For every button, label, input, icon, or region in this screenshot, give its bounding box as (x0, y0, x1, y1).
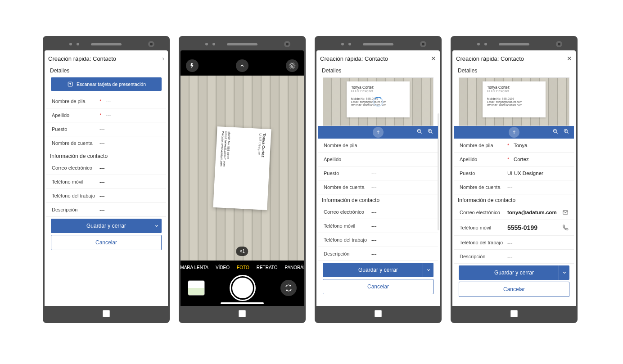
card-website: Website: www.adatum.com (487, 103, 541, 107)
live-photo-icon[interactable] (286, 59, 298, 72)
scan-icon (67, 81, 74, 88)
chevron-up-icon[interactable] (236, 59, 248, 72)
scan-card-button[interactable]: Escanear tarjeta de presentación (51, 77, 162, 91)
zoom-out-icon[interactable] (552, 128, 559, 136)
label-email: Correo electrónico (324, 209, 369, 215)
mode-photo[interactable]: FOTO (237, 265, 249, 270)
field-first-name[interactable]: Nombre de pila * --- (46, 94, 166, 108)
field-last-name[interactable]: Apellido * Cortez (454, 153, 574, 166)
scan-button-label: Escanear tarjeta de presentación (77, 81, 146, 87)
mail-icon[interactable] (562, 209, 569, 216)
field-account[interactable]: Nombre de cuenta --- (454, 180, 574, 194)
zoom-indicator[interactable]: ×1 (236, 247, 248, 256)
page-header: Creación rápida: Contacto › (45, 50, 168, 65)
preview-toolbar (454, 126, 574, 139)
close-icon[interactable]: ✕ (431, 55, 436, 62)
shutter-button[interactable] (231, 276, 254, 300)
home-button[interactable] (510, 310, 518, 317)
mode-slow[interactable]: ÁMARA LENTA (181, 265, 208, 270)
value-description: --- (371, 251, 433, 256)
home-button[interactable] (103, 310, 110, 317)
save-close-label: Guardar y cerrar (86, 223, 126, 229)
zoom-out-icon[interactable] (416, 128, 423, 136)
field-account[interactable]: Nombre de cuenta --- (318, 180, 438, 194)
front-camera (420, 41, 426, 47)
field-mobile[interactable]: Teléfono móvil --- (318, 219, 438, 233)
field-first-name[interactable]: Nombre de pila --- (318, 139, 438, 153)
field-email[interactable]: Correo electrónico tonya@adatum.com (454, 205, 574, 220)
field-mobile[interactable]: Teléfono móvil 5555-0199 (454, 220, 574, 236)
home-indicator[interactable] (221, 302, 264, 304)
label-description: Descripción (324, 251, 369, 256)
field-account[interactable]: Nombre de cuenta --- (46, 136, 166, 150)
field-email[interactable]: Correo electrónico --- (46, 161, 166, 175)
cancel-button[interactable]: Cancelar (323, 279, 433, 294)
home-button[interactable] (239, 310, 246, 317)
phone-frame-2: Tonya Cortez UI UX Designer Mobile No: 5… (179, 36, 306, 323)
mode-video[interactable]: VÍDEO (216, 265, 230, 270)
camera-screen: Tonya Cortez UI UX Designer Mobile No: 5… (181, 50, 304, 306)
save-close-button[interactable]: Guardar y cerrar (459, 265, 569, 280)
label-account: Nombre de cuenta (460, 184, 505, 190)
swap-camera-icon[interactable] (280, 280, 297, 296)
chevron-down-icon[interactable] (423, 263, 433, 277)
phone-top-bar (45, 38, 168, 50)
field-job-title[interactable]: Puesto --- (318, 166, 438, 180)
svg-point-1 (291, 65, 293, 67)
camera-viewfinder[interactable]: Tonya Cortez UI UX Designer Mobile No: 5… (181, 76, 304, 261)
cancel-button[interactable]: Cancelar (459, 282, 569, 297)
save-close-button[interactable]: Guardar y cerrar (51, 219, 162, 233)
label-job-title: Puesto (460, 171, 505, 176)
cancel-button[interactable]: Cancelar (51, 235, 162, 250)
mode-portrait[interactable]: RETRATO (257, 265, 278, 270)
chevron-down-icon[interactable] (151, 219, 162, 233)
mode-pano[interactable]: PANORÁM (285, 265, 304, 270)
gallery-thumbnail[interactable] (188, 280, 205, 296)
section-details: Detalles (318, 65, 438, 76)
field-job-title[interactable]: Puesto UI UX Designer (454, 166, 574, 180)
field-email[interactable]: Correo electrónico --- (318, 205, 438, 219)
save-close-button[interactable]: Guardar y cerrar (323, 263, 433, 277)
chevron-right-icon[interactable]: › (162, 55, 164, 62)
field-last-name[interactable]: Apellido --- (318, 153, 438, 166)
label-mobile: Teléfono móvil (52, 179, 97, 184)
field-work-phone[interactable]: Teléfono del trabajo --- (454, 236, 574, 250)
rescan-icon[interactable] (509, 127, 519, 138)
label-work-phone: Teléfono del trabajo (52, 193, 97, 198)
rescan-icon[interactable] (373, 127, 384, 138)
value-account: --- (371, 184, 433, 190)
card-title: UI UX Designer (487, 90, 541, 93)
business-card: Tonya Cortez UI UX Designer Mobile No: 5… (213, 126, 271, 210)
close-icon[interactable]: ✕ (567, 55, 572, 62)
front-camera (284, 41, 290, 47)
phone-frame-3: Creación rápida: Contacto ✕ Detalles Ton… (315, 36, 442, 323)
label-mobile: Teléfono móvil (324, 223, 369, 229)
field-description[interactable]: Descripción --- (454, 250, 574, 264)
spinner-icon (373, 97, 383, 107)
svg-line-15 (567, 132, 569, 134)
value-work-phone: --- (507, 240, 569, 245)
chevron-down-icon[interactable] (559, 265, 569, 280)
value-job-title: UI UX Designer (507, 171, 569, 176)
cancel-label: Cancelar (95, 239, 117, 246)
field-first-name[interactable]: Nombre de pila * Tonya (454, 139, 574, 153)
zoom-in-icon[interactable] (427, 128, 433, 136)
svg-line-8 (431, 132, 433, 134)
field-description[interactable]: Descripción --- (318, 247, 438, 261)
value-email: --- (99, 165, 161, 171)
flash-icon[interactable] (186, 59, 199, 72)
home-button[interactable] (375, 310, 382, 317)
field-mobile[interactable]: Teléfono móvil --- (46, 175, 166, 189)
label-first-name: Nombre de pila (52, 99, 97, 104)
label-email: Correo electrónico (460, 210, 505, 215)
svg-line-12 (556, 132, 558, 134)
field-last-name[interactable]: Apellido * --- (46, 108, 166, 122)
field-job-title[interactable]: Puesto --- (46, 122, 166, 136)
field-work-phone[interactable]: Teléfono del trabajo --- (46, 189, 166, 203)
zoom-in-icon[interactable] (563, 128, 569, 136)
field-work-phone[interactable]: Teléfono del trabajo --- (318, 233, 438, 247)
phone-icon[interactable] (562, 224, 569, 231)
camera-modes[interactable]: ÁMARA LENTA VÍDEO FOTO RETRATO PANORÁM (181, 261, 304, 273)
label-description: Descripción (52, 207, 97, 212)
field-description[interactable]: Descripción --- (46, 203, 166, 217)
